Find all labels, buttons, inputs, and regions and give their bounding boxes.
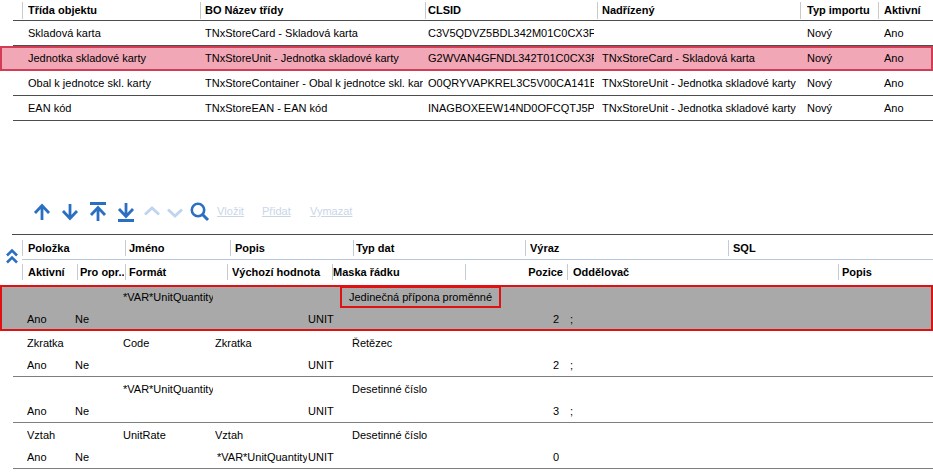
- cell-bo: TNxStoreUnit - Jednotka skladové karty: [205, 46, 423, 71]
- cell-maska-radku: UNIT: [308, 400, 438, 422]
- cell-clsid: INAGBOXEEW14ND0OFCQTJ5PH20: [428, 96, 594, 121]
- cell-maska-radku: UNIT: [308, 308, 438, 330]
- cell-polozka: Vztah: [27, 424, 119, 446]
- search-icon[interactable]: [188, 200, 212, 224]
- cell-polozka: Zkratka: [27, 332, 119, 354]
- cell-nadrizeny: TNxStoreUnit - Jednotka skladové karty: [602, 96, 800, 121]
- cell-aktivni: Ano: [27, 308, 72, 330]
- object-classes-table: Třída objektu BO Název třídy CLSID Nadří…: [0, 0, 933, 122]
- cell-aktivni: Ano: [27, 400, 72, 422]
- cell-pozice: 2: [465, 354, 559, 376]
- cell-pozice: 3: [465, 400, 559, 422]
- cell-clsid: O0QRYVAPKREL3C5V00CA141B44: [428, 71, 594, 96]
- cell-bo: TNxStoreCard - Skladová karta: [205, 21, 423, 46]
- col-header-nadrizeny[interactable]: Nadřízený: [602, 0, 800, 21]
- collapse-up-icon[interactable]: [142, 200, 162, 224]
- col-header-aktivni[interactable]: Aktivní: [28, 260, 73, 284]
- move-up-icon[interactable]: [30, 200, 54, 224]
- cell-typ: Nový: [807, 96, 875, 121]
- col-header-typ-dat[interactable]: Typ dat: [356, 236, 516, 260]
- cell-oddelovac: ;: [570, 400, 630, 422]
- cell-nadrizeny: TNxStoreUnit - Jednotka skladové karty: [602, 71, 800, 96]
- grid-record[interactable]: Vztah UnitRate Vztah Desetinné číslo Ano…: [0, 423, 933, 469]
- col-header-polozka[interactable]: Položka: [28, 236, 120, 260]
- col-header-trida-objektu[interactable]: Třída objektu: [28, 0, 196, 21]
- move-to-bottom-icon[interactable]: [114, 200, 138, 224]
- cell-oddelovac: ;: [570, 308, 630, 330]
- cell-trida: EAN kód: [28, 96, 196, 121]
- grid-toolbar: Vložit Přidat Vymazat: [0, 196, 933, 230]
- col-header-vychozi-hodnota[interactable]: Výchozí hodnota: [232, 260, 328, 284]
- cell-popis: Vztah: [215, 424, 340, 446]
- cell-clsid: G2WVAN4GFNDL342T01C0CX3FCC: [428, 46, 594, 71]
- cell-trida: Obal k jednotce skl. karty: [28, 71, 196, 96]
- grid-record[interactable]: *VAR*UnitQuantity Desetinné číslo Ano Ne…: [0, 377, 933, 423]
- cell-jmeno: *VAR*UnitQuantity: [123, 286, 213, 308]
- cell-pro-opravneni: Ne: [75, 308, 120, 330]
- cell-pozice: 0: [465, 446, 559, 468]
- cell-bo: TNxStoreContainer - Obal k jednotce skl.…: [205, 71, 423, 96]
- table-row[interactable]: Obal k jednotce skl. karty TNxStoreConta…: [0, 71, 933, 96]
- cell-jmeno: *VAR*UnitQuantity: [123, 378, 213, 400]
- annotation-highlight: Jedinečná přípona proměnné: [340, 286, 501, 308]
- table-row[interactable]: EAN kód TNxStoreEAN - EAN kód INAGBOXEEW…: [0, 96, 933, 121]
- add-link[interactable]: Přidat: [262, 204, 291, 218]
- col-header-jmeno[interactable]: Jméno: [129, 236, 225, 260]
- col-header-popis2[interactable]: Popis: [842, 260, 927, 284]
- cell-pro-opravneni: Ne: [75, 354, 120, 376]
- col-header-format[interactable]: Formát: [129, 260, 223, 284]
- col-header-vyraz[interactable]: Výraz: [530, 236, 720, 260]
- cell-typ: Nový: [807, 21, 875, 46]
- cell-aktivni: Ano: [884, 46, 929, 71]
- cell-maska-radku: UNIT: [308, 446, 438, 468]
- cell-bo: TNxStoreEAN - EAN kód: [205, 96, 423, 121]
- cell-aktivni: Ano: [27, 446, 72, 468]
- col-header-typ-importu[interactable]: Typ importu: [807, 0, 875, 21]
- grid-record-selected[interactable]: *VAR*UnitQuantity Jedinečná přípona prom…: [0, 285, 933, 331]
- cell-pozice: 2: [465, 308, 559, 330]
- grid-header-row2: Aktivní Pro opr... Formát Výchozí hodnot…: [0, 260, 933, 284]
- col-header-pozice[interactable]: Pozice: [470, 260, 563, 284]
- cell-pro-opravneni: Ne: [75, 400, 120, 422]
- col-header-bo-nazev-tridy[interactable]: BO Název třídy: [205, 0, 423, 21]
- col-header-oddelovac[interactable]: Oddělovač: [573, 260, 733, 284]
- cell-jmeno: UnitRate: [123, 424, 213, 446]
- cell-typ: Nový: [807, 46, 875, 71]
- cell-typ-dat: Řetězec: [352, 332, 522, 354]
- cell-aktivni: Ano: [884, 71, 929, 96]
- expand-down-icon[interactable]: [165, 200, 185, 224]
- cell-popis: Zkratka: [215, 332, 340, 354]
- col-header-aktivni[interactable]: Aktivní: [884, 0, 929, 21]
- col-header-sql[interactable]: SQL: [733, 236, 923, 260]
- cell-aktivni: Ano: [884, 21, 929, 46]
- object-classes-header: Třída objektu BO Název třídy CLSID Nadří…: [0, 0, 933, 21]
- col-header-popis[interactable]: Popis: [235, 236, 347, 260]
- col-header-clsid[interactable]: CLSID: [428, 0, 594, 21]
- cell-nadrizeny: TNxStoreCard - Skladová karta: [602, 46, 800, 71]
- cell-vychozi-hodnota: *VAR*UnitQuantity: [217, 446, 307, 468]
- cell-oddelovac: ;: [570, 354, 630, 376]
- cell-pro-opravneni: Ne: [75, 446, 120, 468]
- move-down-icon[interactable]: [58, 200, 82, 224]
- move-to-top-icon[interactable]: [86, 200, 110, 224]
- table-row[interactable]: Skladová karta TNxStoreCard - Skladová k…: [0, 21, 933, 46]
- insert-link[interactable]: Vložit: [217, 204, 244, 218]
- grid-header-row1: Položka Jméno Popis Typ dat Výraz SQL: [0, 236, 933, 260]
- grid-record[interactable]: Zkratka Code Zkratka Řetězec Ano Ne UNIT…: [0, 331, 933, 377]
- delete-link[interactable]: Vymazat: [310, 204, 352, 218]
- cell-trida: Skladová karta: [28, 21, 196, 46]
- col-header-pro-opravneni[interactable]: Pro opr...: [80, 260, 124, 284]
- cell-typ-dat: Desetinné číslo: [352, 378, 522, 400]
- cell-typ: Nový: [807, 71, 875, 96]
- cell-clsid: C3V5QDVZ5BDL342M01C0CX3FCC: [428, 21, 594, 46]
- items-grid: Položka Jméno Popis Typ dat Výraz SQL Ak…: [0, 233, 933, 473]
- cell-jmeno: Code: [123, 332, 213, 354]
- import-definition-window: Třída objektu BO Název třídy CLSID Nadří…: [0, 0, 933, 473]
- cell-typ-dat: Desetinné číslo: [352, 424, 522, 446]
- cell-maska-radku: UNIT: [308, 354, 438, 376]
- table-row-selected[interactable]: Jednotka skladové karty TNxStoreUnit - J…: [0, 46, 933, 71]
- cell-aktivni: Ano: [27, 354, 72, 376]
- cell-trida: Jednotka skladové karty: [28, 46, 196, 71]
- cell-aktivni: Ano: [884, 96, 929, 121]
- col-header-maska-radku[interactable]: Maska řádku: [333, 260, 461, 284]
